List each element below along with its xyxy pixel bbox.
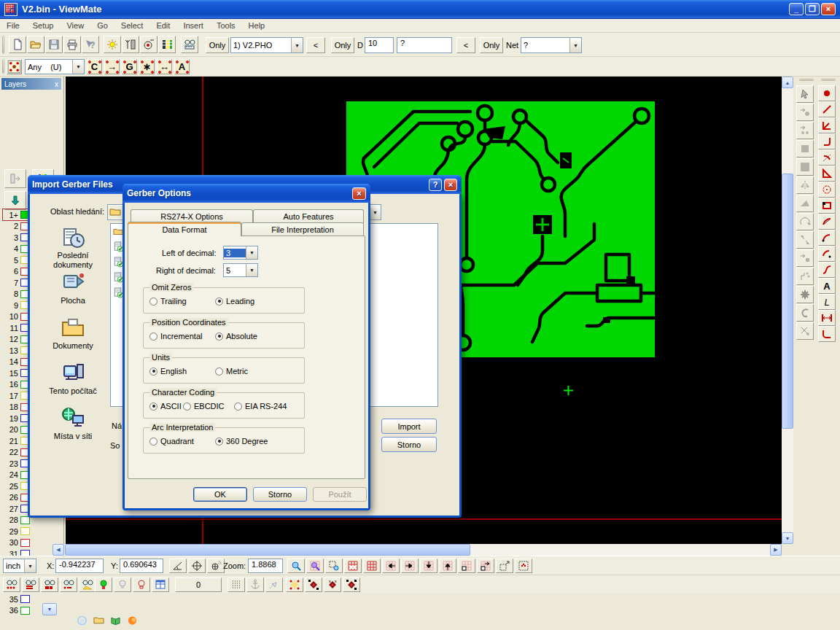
scale-icon[interactable]: [796, 231, 814, 249]
scroll-up-arrow[interactable]: ▲: [782, 77, 793, 88]
layer-row-8[interactable]: 8: [3, 289, 30, 300]
export-layer-icon[interactable]: [4, 169, 26, 188]
close-button[interactable]: ×: [352, 187, 366, 200]
place-item[interactable]: Tento počítač: [43, 362, 103, 396]
radio-leading[interactable]: Leading: [215, 297, 254, 306]
help-select-icon[interactable]: ?: [82, 36, 99, 53]
film-icon[interactable]: [158, 36, 176, 53]
select-add-icon[interactable]: [796, 104, 814, 121]
layer-row-9[interactable]: 9: [3, 300, 30, 311]
toolbar-handle[interactable]: [799, 79, 814, 81]
width-mark-icon[interactable]: [818, 310, 836, 326]
aperture-filter-G[interactable]: G: [122, 59, 137, 74]
book-icon[interactable]: [109, 614, 122, 626]
paste-shape-icon[interactable]: [796, 249, 814, 267]
aperture-type-combo[interactable]: Any (U)▼: [25, 59, 85, 74]
glasses-dotline-icon[interactable]: [60, 578, 77, 592]
radio-360-degree[interactable]: 360 Degree: [215, 437, 268, 446]
pad-dot-icon[interactable]: [818, 85, 836, 101]
cancel-button[interactable]: Storno: [253, 487, 307, 502]
select-dots-icon[interactable]: [796, 122, 814, 139]
relative-origin-icon[interactable]: [207, 559, 225, 573]
place-item[interactable]: Dokumenty: [43, 316, 103, 351]
toolbar-handle[interactable]: [2, 59, 4, 74]
glasses-ruler-icon[interactable]: [181, 36, 198, 53]
diamond-corner-icon[interactable]: [343, 578, 360, 592]
layer-row-6[interactable]: 6: [3, 266, 30, 277]
aperture-filter-↔[interactable]: ↔: [157, 59, 172, 74]
chevron-down-icon[interactable]: ▼: [72, 60, 84, 74]
radio-trailing[interactable]: Trailing: [149, 297, 187, 306]
menu-help[interactable]: Help: [242, 20, 272, 31]
horizontal-scroll-thumb[interactable]: [65, 544, 470, 556]
place-item[interactable]: Plocha: [43, 271, 103, 306]
arc-sector-icon[interactable]: [818, 149, 836, 166]
layer-row-27[interactable]: 27: [3, 503, 30, 514]
aperture-icon[interactable]: [7, 59, 22, 74]
arc-chord-icon[interactable]: [818, 214, 836, 230]
chevron-down-icon[interactable]: ▼: [246, 246, 257, 259]
layer-row-24[interactable]: 24: [3, 470, 30, 481]
layer-row-5[interactable]: 5: [3, 254, 30, 265]
angle-measure-icon[interactable]: [169, 559, 187, 573]
prev-net-button[interactable]: <: [456, 37, 475, 53]
radio-english[interactable]: English: [149, 367, 187, 376]
radio-eia-rs-244[interactable]: EIA RS-244: [234, 402, 287, 411]
aperture-filter-→[interactable]: →: [104, 59, 120, 74]
firefox-icon[interactable]: [126, 614, 139, 626]
menu-insert[interactable]: Insert: [176, 20, 210, 31]
layer-row-15[interactable]: 15: [3, 368, 30, 378]
layer-row-12[interactable]: 12: [3, 334, 30, 345]
close-button[interactable]: ×: [821, 3, 836, 15]
ok-button[interactable]: OK: [193, 487, 247, 502]
text-l-icon[interactable]: L: [818, 294, 836, 310]
restore-button[interactable]: ❐: [805, 3, 820, 15]
polyline-icon[interactable]: [818, 117, 836, 133]
radio-ascii[interactable]: ASCII: [149, 402, 182, 411]
layer-row-1+[interactable]: 1+: [3, 209, 30, 220]
only-net-button[interactable]: Only: [480, 37, 503, 53]
text-a-icon[interactable]: A: [818, 278, 836, 294]
select-cursor-icon[interactable]: [796, 85, 814, 103]
diamond-marks-icon[interactable]: [305, 578, 322, 592]
tools-icon[interactable]: [122, 36, 139, 53]
apply-button[interactable]: Použít: [313, 487, 367, 502]
layer-row-17[interactable]: 17: [3, 390, 30, 401]
layer-row-26[interactable]: 26: [3, 492, 30, 503]
lamp-gray-icon[interactable]: [114, 578, 131, 592]
flash-icon[interactable]: [104, 36, 121, 53]
ie-icon[interactable]: e: [76, 614, 88, 626]
aperture-filter-C[interactable]: C: [87, 59, 102, 74]
radio-incremental[interactable]: Incremental: [149, 332, 202, 341]
place-item[interactable]: Místa v síti: [43, 407, 103, 441]
menu-edit[interactable]: Edit: [149, 20, 176, 31]
left-of-decimal-combo[interactable]: 3▼: [223, 246, 258, 260]
grid-bb-icon[interactable]: [344, 559, 362, 573]
glasses-yellow-icon[interactable]: [79, 578, 96, 592]
grid-full-icon[interactable]: [363, 559, 381, 573]
glasses-dots-icon[interactable]: [3, 578, 20, 592]
layer-row-14[interactable]: 14: [3, 357, 30, 368]
radio-ebcdic[interactable]: EBCDIC: [183, 402, 225, 411]
help-button[interactable]: ?: [429, 179, 442, 191]
horizontal-scrollbar[interactable]: ◀ ▶: [52, 544, 782, 556]
chevron-down-icon[interactable]: ▼: [246, 264, 257, 276]
toolbar-handle[interactable]: [2, 36, 4, 54]
grid-swap-icon[interactable]: [477, 559, 494, 573]
lamp-green-icon[interactable]: [95, 578, 112, 592]
unit-combo[interactable]: inch▼: [3, 559, 36, 573]
diamond-sun-icon[interactable]: [286, 578, 303, 592]
zoom-select-icon[interactable]: [325, 559, 343, 573]
layer-row-29[interactable]: 29: [3, 526, 30, 537]
layer-row-16[interactable]: 16: [3, 379, 30, 390]
corner-bend-icon[interactable]: [818, 133, 836, 149]
chevron-down-icon[interactable]: ▼: [24, 559, 36, 572]
save-icon[interactable]: [45, 36, 63, 53]
resize-arrow-icon[interactable]: [496, 559, 513, 573]
aperture-filter-A[interactable]: A: [174, 59, 190, 74]
menu-tools[interactable]: Tools: [210, 20, 242, 31]
close-icon[interactable]: x: [55, 80, 58, 88]
glasses-rects-icon[interactable]: [41, 578, 58, 592]
jump-arrow-icon[interactable]: [265, 578, 283, 592]
step-repeat-icon[interactable]: [796, 268, 814, 285]
